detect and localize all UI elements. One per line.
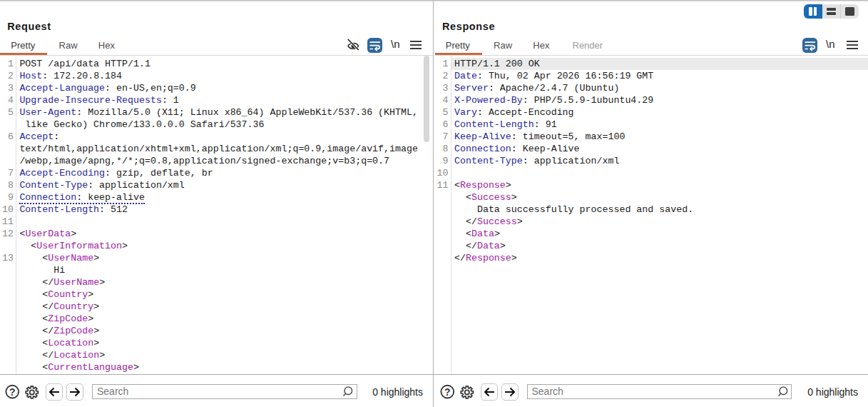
svg-text:?: ? <box>444 386 451 398</box>
svg-text:?: ? <box>9 386 16 398</box>
